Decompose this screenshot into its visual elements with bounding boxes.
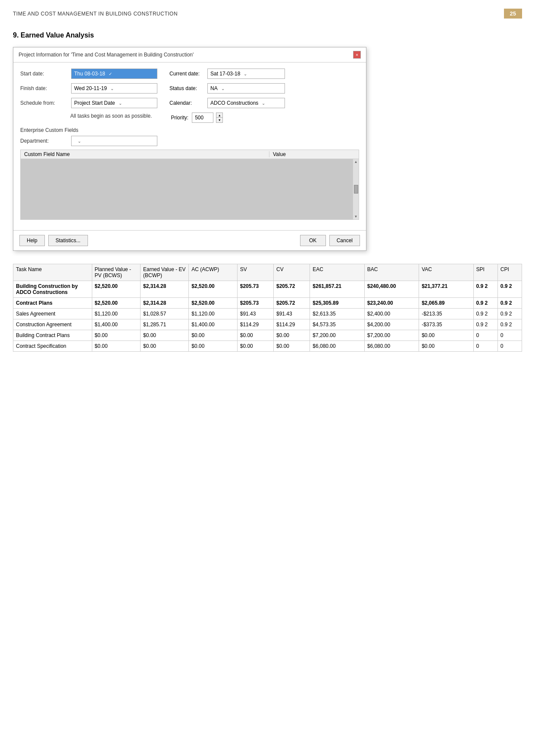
current-date-label: Current date: (169, 71, 204, 77)
cell-cpi: 0.9 2 (497, 319, 522, 330)
project-info-dialog: Project Information for 'Time and Cost M… (13, 47, 366, 251)
cell-spi: 0 (473, 330, 497, 341)
spinner-up-icon[interactable]: ▲ (216, 113, 222, 118)
cell-vac: $2,065.89 (419, 298, 473, 309)
status-date-label: Status date: (169, 85, 204, 91)
help-button[interactable]: Help (19, 235, 45, 246)
cell-eac: $4,573.35 (310, 319, 364, 330)
department-label: Department: (20, 138, 68, 144)
ok-button[interactable]: OK (300, 235, 326, 246)
calendar-chevron-icon: ⌄ (262, 101, 265, 106)
calendar-label: Calendar: (169, 100, 204, 106)
schedule-from-input[interactable]: Project Start Date ⌄ (71, 98, 157, 108)
priority-container: ▲ ▼ (192, 112, 223, 123)
department-input[interactable]: ⌄ (71, 136, 157, 146)
earned-value-table-container: Task Name Planned Value - PV (BCWS) Earn… (13, 264, 522, 352)
cell-pv: $2,520.00 (92, 298, 140, 309)
cancel-button[interactable]: Cancel (329, 235, 360, 246)
cell-eac: $2,613.35 (310, 309, 364, 319)
dialog-footer: Help Statistics... OK Cancel (13, 230, 366, 250)
scroll-down-icon[interactable]: ▼ (354, 215, 358, 219)
header-ev: Earned Value - EV (BCWP) (140, 264, 188, 281)
cell-sv: $205.73 (237, 281, 273, 298)
schedule-from-value: Project Start Date (74, 100, 115, 106)
cell-pv: $0.00 (92, 330, 140, 341)
custom-fields-header: Custom Field Name Value (21, 150, 359, 159)
cell-name: Building Contract Plans (13, 330, 92, 341)
cell-pv: $0.00 (92, 341, 140, 352)
cell-name: Contract Specification (13, 341, 92, 352)
cell-name: Building Construction by ADCO Constructi… (13, 281, 92, 298)
scrollbar[interactable]: ▲ ▼ (353, 159, 359, 219)
cell-bac: $4,200.00 (364, 319, 419, 330)
cell-pv: $2,520.00 (92, 281, 140, 298)
cell-ev: $2,314.28 (140, 298, 188, 309)
cell-bac: $2,400.00 (364, 309, 419, 319)
table-row: Construction Agreement$1,400.00$1,285.71… (13, 319, 522, 330)
priority-input[interactable] (192, 112, 213, 123)
page-number: 25 (504, 9, 522, 19)
enterprise-custom-fields-label: Enterprise Custom Fields (20, 127, 359, 133)
cell-ev: $1,028.57 (140, 309, 188, 319)
current-date-input[interactable]: Sat 17-03-18 ⌄ (207, 69, 285, 79)
cell-name: Contract Plans (13, 298, 92, 309)
cell-ev: $0.00 (140, 341, 188, 352)
table-row: Contract Specification$0.00$0.00$0.00$0.… (13, 341, 522, 352)
cell-ac: $1,120.00 (189, 309, 237, 319)
custom-field-value-header: Value (269, 151, 355, 157)
cell-sv: $114.29 (237, 319, 273, 330)
cell-ac: $1,400.00 (189, 319, 237, 330)
dialog-titlebar: Project Information for 'Time and Cost M… (13, 47, 366, 62)
custom-fields-body: ▲ ▼ (21, 159, 359, 219)
start-date-chevron-icon: ✓ (109, 72, 112, 76)
cell-cpi: 0.9 2 (497, 298, 522, 309)
finish-date-chevron-icon: ⌄ (110, 86, 114, 91)
cell-pv: $1,120.00 (92, 309, 140, 319)
table-header-row: Task Name Planned Value - PV (BCWS) Earn… (13, 264, 522, 281)
cell-spi: 0 (473, 341, 497, 352)
cell-bac: $240,480.00 (364, 281, 419, 298)
schedule-from-row: Schedule from: Project Start Date ⌄ Cale… (20, 98, 359, 108)
header-eac: EAC (310, 264, 364, 281)
cell-cv: $91.43 (274, 309, 310, 319)
spinner-down-icon[interactable]: ▼ (216, 118, 222, 122)
cell-sv: $0.00 (237, 330, 273, 341)
status-date-chevron-icon: ⌄ (221, 86, 225, 91)
start-date-value: Thu 08-03-18 (74, 71, 105, 77)
cell-ac: $2,520.00 (189, 281, 237, 298)
status-date-input[interactable]: NA ⌄ (207, 83, 285, 94)
all-tasks-text: All tasks begin as soon as possible. (70, 113, 152, 119)
header-vac: VAC (419, 264, 473, 281)
table-row: Building Contract Plans$0.00$0.00$0.00$0… (13, 330, 522, 341)
cell-spi: 0.9 2 (473, 309, 497, 319)
status-date-value: NA (210, 85, 218, 91)
priority-spinner[interactable]: ▲ ▼ (216, 112, 223, 123)
cell-cpi: 0 (497, 341, 522, 352)
scroll-thumb[interactable] (354, 185, 358, 194)
table-row: Sales Agreement$1,120.00$1,028.57$1,120.… (13, 309, 522, 319)
cell-eac: $7,200.00 (310, 330, 364, 341)
header-task-name: Task Name (13, 264, 92, 281)
start-date-input[interactable]: Thu 08-03-18 ✓ (71, 69, 157, 79)
finish-date-row: Finish date: Wed 20-11-19 ⌄ Status date:… (20, 83, 359, 94)
schedule-from-chevron-icon: ⌄ (119, 101, 122, 106)
header-cpi: CPI (497, 264, 522, 281)
calendar-input[interactable]: ADCO Constructions ⌄ (207, 98, 285, 108)
cell-pv: $1,400.00 (92, 319, 140, 330)
finish-date-input[interactable]: Wed 20-11-19 ⌄ (71, 83, 157, 94)
scroll-up-icon[interactable]: ▲ (354, 160, 358, 164)
table-row: Contract Plans$2,520.00$2,314.28$2,520.0… (13, 298, 522, 309)
cell-sv: $0.00 (237, 341, 273, 352)
cell-ev: $2,314.28 (140, 281, 188, 298)
cell-eac: $6,080.00 (310, 341, 364, 352)
priority-label: Priority: (171, 115, 188, 121)
cell-vac: $0.00 (419, 341, 473, 352)
dialog-close-button[interactable]: × (353, 51, 361, 59)
cell-vac: $0.00 (419, 330, 473, 341)
finish-date-value: Wed 20-11-19 (74, 85, 107, 91)
statistics-button[interactable]: Statistics... (48, 235, 88, 246)
table-row: Building Construction by ADCO Constructi… (13, 281, 522, 298)
cell-vac: $21,377.21 (419, 281, 473, 298)
header-sv: SV (237, 264, 273, 281)
header-spi: SPI (473, 264, 497, 281)
